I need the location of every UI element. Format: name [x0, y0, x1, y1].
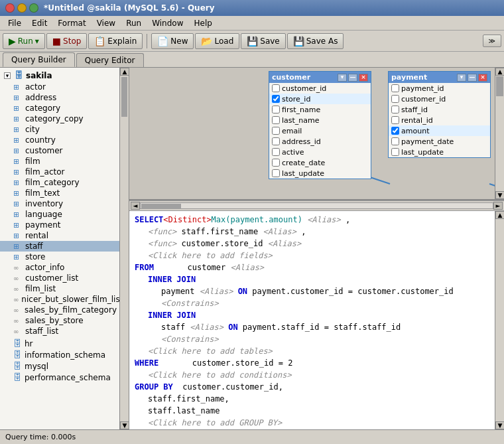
new-icon: 📄: [157, 36, 168, 46]
check-last_update[interactable]: [272, 169, 280, 177]
close-button[interactable]: [5, 3, 15, 13]
run-button[interactable]: ▶ Run ▾: [3, 33, 45, 49]
qb-payment-resize[interactable]: —: [468, 74, 477, 82]
schema-expand-icon[interactable]: ▾: [4, 72, 11, 79]
db-icon-performance_schema: 🗄: [13, 372, 22, 382]
tab-query-builder[interactable]: Query Builder: [3, 52, 75, 67]
canvas-vthumb[interactable]: [496, 76, 503, 96]
sidebar-item-category_copy[interactable]: ⊞category_copy: [0, 113, 119, 124]
sidebar-schema-performance_schema[interactable]: 🗄performance_schema: [0, 372, 119, 383]
sql-join1-line: INNER JOIN: [148, 273, 499, 285]
qb-payment-close[interactable]: ×: [478, 74, 487, 82]
saveas-button[interactable]: 💾 Save As: [287, 33, 344, 49]
check-address_id[interactable]: [272, 137, 280, 145]
menu-file[interactable]: File: [3, 17, 27, 29]
sidebar-item-actor[interactable]: ⊞actor: [0, 82, 119, 92]
tab-query-editor[interactable]: Query Editor: [76, 53, 144, 67]
qb-customer-dropdown[interactable]: ▾: [338, 74, 347, 82]
scroll-thumb[interactable]: [121, 77, 127, 117]
toolbar: ▶ Run ▾ ■ Stop 📋 Explain 📄 New 📂 Load 💾 …: [0, 31, 504, 52]
expand-button[interactable]: ≫: [483, 35, 501, 47]
sidebar-item-country[interactable]: ⊞country: [0, 135, 119, 145]
sidebar-item-customer[interactable]: ⊞customer: [0, 145, 119, 156]
check-amount[interactable]: [391, 127, 399, 135]
check-pcustomer_id[interactable]: [391, 95, 399, 103]
sidebar-schema-information_schema[interactable]: 🗄information_schema: [0, 349, 119, 360]
qb-payment-dropdown[interactable]: ▾: [457, 74, 466, 82]
sql-constrains1[interactable]: <Constrains>: [161, 297, 499, 309]
check-pstaff_id[interactable]: [391, 106, 399, 113]
sidebar-item-film_list[interactable]: ∞film_list: [0, 283, 119, 294]
status-bar: Query time: 0.000s: [0, 429, 504, 444]
sql-editor[interactable]: SELECT<Distinct>Max(payment.amount) <Ali…: [129, 211, 504, 429]
stop-button[interactable]: ■ Stop: [46, 33, 88, 49]
check-email[interactable]: [272, 127, 280, 135]
scroll-up-button[interactable]: ▲: [120, 68, 129, 76]
check-payment_date[interactable]: [391, 137, 399, 145]
sidebar-item-staff[interactable]: ⊞staff: [0, 241, 119, 252]
qb-field-store_id: store_id: [269, 94, 371, 104]
hscroll-right[interactable]: ►: [493, 202, 503, 210]
check-customer_id[interactable]: [272, 84, 280, 92]
menu-format[interactable]: Format: [52, 17, 91, 29]
canvas-scroll-up[interactable]: ▲: [495, 68, 504, 76]
scroll-down-button[interactable]: ▼: [120, 421, 129, 429]
check-plast_update[interactable]: [391, 148, 399, 156]
menu-help[interactable]: Help: [188, 17, 217, 29]
sql-tables-click[interactable]: <Click here to add tables>: [148, 345, 499, 357]
check-last_name[interactable]: [272, 116, 280, 124]
sidebar-item-address[interactable]: ⊞address: [0, 92, 119, 103]
sidebar-item-film_text[interactable]: ⊞film_text: [0, 188, 119, 198]
sql-where-line: WHERE customer.store_id = 2: [135, 357, 499, 369]
schema-sakila[interactable]: ▾ 🗄 sakila: [0, 69, 119, 82]
sidebar-item-film[interactable]: ⊞film: [0, 156, 119, 167]
canvas-scroll-down[interactable]: ▼: [495, 191, 504, 199]
hscroll-thumb[interactable]: [141, 204, 181, 209]
sidebar-item-rental[interactable]: ⊞rental: [0, 230, 119, 241]
save-button[interactable]: 💾 Save: [241, 33, 285, 49]
sql-scroll-up[interactable]: ▲: [495, 211, 504, 219]
sidebar-item-store[interactable]: ⊞store: [0, 252, 119, 262]
sidebar-item-language[interactable]: ⊞language: [0, 209, 119, 220]
check-rental_id[interactable]: [391, 116, 399, 124]
sidebar-item-actor_info[interactable]: ∞actor_info: [0, 262, 119, 273]
load-button[interactable]: 📂 Load: [195, 33, 239, 49]
minimize-button[interactable]: [17, 3, 27, 13]
explain-button[interactable]: 📋 Explain: [88, 33, 143, 49]
sql-scroll-down[interactable]: ▼: [495, 421, 504, 429]
maximize-button[interactable]: [29, 3, 38, 13]
menu-edit[interactable]: Edit: [27, 17, 52, 29]
sidebar-item-payment[interactable]: ⊞payment: [0, 220, 119, 230]
check-payment_id[interactable]: [391, 84, 399, 92]
new-button[interactable]: 📄 New: [151, 33, 194, 49]
menu-run[interactable]: Run: [121, 17, 147, 29]
sidebar-item-nicer_but_slower_film_list[interactable]: ∞nicer_but_slower_film_list: [0, 294, 119, 305]
sql-groupby-click[interactable]: <Click here to add GROUP BY>: [148, 417, 499, 429]
menu-window[interactable]: Window: [147, 17, 188, 29]
sidebar-item-category[interactable]: ⊞category: [0, 103, 119, 113]
sidebar-item-sales_by_store[interactable]: ∞sales_by_store: [0, 315, 119, 326]
sidebar-item-inventory[interactable]: ⊞inventory: [0, 198, 119, 209]
sql-conditions-click[interactable]: <Click here to add conditions>: [148, 369, 499, 381]
qb-field-plast_update: last_update: [389, 147, 490, 157]
sidebar-item-sales_by_film_category[interactable]: ∞sales_by_film_category: [0, 305, 119, 315]
check-first_name[interactable]: [272, 106, 280, 113]
sidebar-schema-hr[interactable]: 🗄hr: [0, 338, 119, 349]
menu-view[interactable]: View: [92, 17, 121, 29]
check-store_id[interactable]: [272, 95, 280, 103]
sidebar-item-staff_list[interactable]: ∞staff_list: [0, 326, 119, 336]
sidebar-item-film_actor[interactable]: ⊞film_actor: [0, 167, 119, 177]
sql-fields-click[interactable]: <Click here to add fields>: [148, 250, 499, 261]
qb-payment-title: payment: [391, 73, 427, 82]
sidebar-item-film_category[interactable]: ⊞film_category: [0, 177, 119, 188]
check-create_date[interactable]: [272, 159, 280, 167]
hscroll-left[interactable]: ◄: [131, 202, 140, 210]
run-dropdown-icon[interactable]: ▾: [35, 37, 39, 46]
qb-customer-resize[interactable]: —: [348, 74, 357, 82]
sidebar-item-customer_list[interactable]: ∞customer_list: [0, 273, 119, 283]
qb-customer-close[interactable]: ×: [359, 74, 368, 82]
sidebar-schema-mysql[interactable]: 🗄mysql: [0, 360, 119, 372]
check-active[interactable]: [272, 148, 280, 156]
sidebar-item-city[interactable]: ⊞city: [0, 124, 119, 135]
sql-constrains2[interactable]: <Constrains>: [161, 333, 499, 345]
